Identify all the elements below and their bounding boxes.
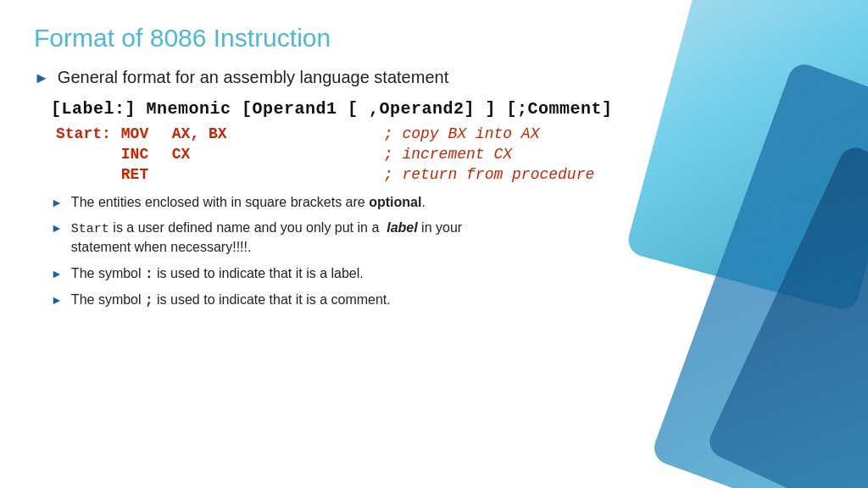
bold-optional: optional (369, 195, 421, 209)
code-table: Start: MOV AX, BX ; copy BX into AX INC … (51, 124, 599, 185)
format-area: [Label:] Mnemonic [Operand1 [ ,Operand2]… (51, 99, 827, 185)
code-mnemonic-1: MOV (116, 124, 167, 144)
main-bullet-text: General format for an assembly language … (58, 68, 448, 87)
sub-bullet-arrow-4: ► (51, 293, 63, 307)
sub-bullet-arrow-3: ► (51, 267, 63, 280)
sub-bullet-text-semicolon: The symbol ; is used to indicate that it… (71, 291, 391, 310)
slide-title: Format of 8086 Instruction (34, 24, 827, 53)
code-mnemonic-3: RET (116, 164, 167, 185)
code-comment-3: ; return from procedure (379, 164, 599, 185)
code-label-3 (51, 164, 116, 185)
table-row: INC CX ; increment CX (51, 144, 599, 164)
code-operand-3 (167, 164, 379, 185)
table-row: RET ; return from procedure (51, 164, 599, 185)
label-italic: label (387, 220, 417, 235)
sub-bullet-colon: ► The symbol : is used to indicate that … (51, 264, 827, 284)
sub-bullet-start: ► Start is a user defined name and you o… (51, 219, 827, 257)
table-row: Start: MOV AX, BX ; copy BX into AX (51, 124, 599, 144)
sub-bullet-text-optional: The entities enclosed with in square bra… (71, 193, 426, 212)
sub-bullet-optional: ► The entities enclosed with in square b… (51, 193, 827, 212)
code-label-2 (51, 144, 116, 164)
sub-bullet-arrow-1: ► (51, 196, 63, 209)
main-bullet-arrow: ► (34, 69, 49, 87)
format-header: [Label:] Mnemonic [Operand1 [ ,Operand2]… (51, 99, 827, 119)
semicolon-symbol: ; (145, 293, 153, 308)
main-bullet: ► General format for an assembly languag… (34, 68, 827, 87)
sub-bullets: ► The entities enclosed with in square b… (51, 193, 827, 311)
start-code: Start (71, 222, 109, 236)
code-label-1: Start: (51, 124, 116, 144)
sub-bullet-text-start: Start is a user defined name and you onl… (71, 219, 462, 257)
code-comment-2: ; increment CX (379, 144, 599, 164)
sub-bullet-text-colon: The symbol : is used to indicate that it… (71, 264, 364, 284)
code-operand-1: AX, BX (167, 124, 379, 144)
sub-bullet-arrow-2: ► (51, 221, 63, 235)
code-comment-1: ; copy BX into AX (379, 124, 599, 144)
colon-symbol: : (145, 267, 153, 282)
code-operand-2: CX (167, 144, 379, 164)
sub-bullet-semicolon: ► The symbol ; is used to indicate that … (51, 291, 827, 310)
code-mnemonic-2: INC (116, 144, 167, 164)
slide: Format of 8086 Instruction ► General for… (0, 0, 868, 488)
